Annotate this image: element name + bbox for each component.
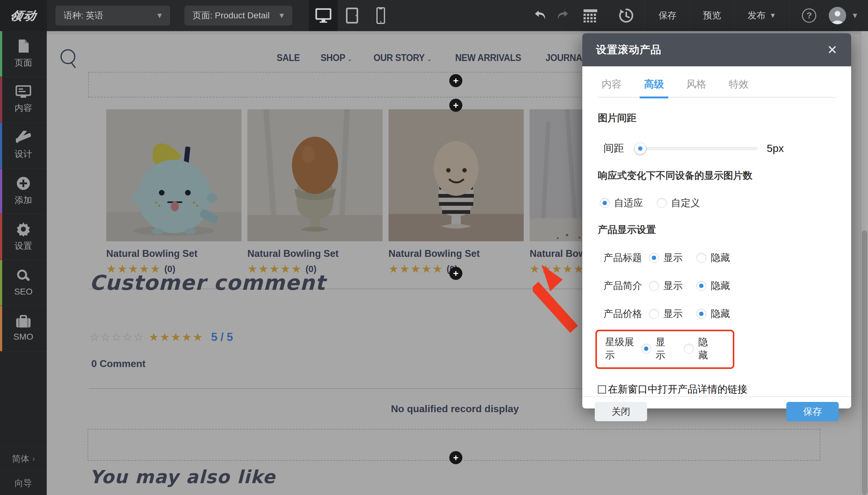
close-icon[interactable]: ✕ — [827, 44, 837, 56]
sidebar-item-settings[interactable]: 设置 — [0, 214, 47, 260]
radio-adaptive-label[interactable]: 自适应 — [614, 197, 643, 209]
toolbar-actions: 保存 预览 发布 ▼ ? ▼ — [530, 0, 868, 31]
undo-button[interactable] — [530, 0, 551, 31]
nav-link-journal[interactable]: JOURNAL — [546, 52, 588, 64]
sidebar-item-label: 页面 — [15, 57, 32, 69]
page-dropdown[interactable]: 页面: Product Detail ▼ — [184, 5, 292, 25]
add-section-button[interactable]: + — [449, 451, 462, 464]
tab-advanced[interactable]: 高级 — [644, 78, 664, 97]
sidebar-item-smo[interactable]: SMO — [0, 306, 47, 352]
account-avatar[interactable] — [829, 7, 846, 24]
nav-link-our-story[interactable]: OUR STORY⌄ — [373, 52, 432, 64]
highlight-annotation-box: 星级展示 显示 隐藏 — [595, 330, 734, 369]
site-search-icon[interactable] — [60, 49, 79, 69]
radio-hide[interactable] — [696, 309, 706, 319]
product-card[interactable]: Natural Bowling Set ★★★★★ (0) — [247, 109, 383, 275]
product-image — [388, 109, 524, 241]
checkbox[interactable] — [598, 386, 606, 393]
row-label: 产品价格 — [603, 307, 642, 320]
slider-handle[interactable] — [634, 142, 646, 154]
desktop-icon — [315, 8, 332, 23]
radio-hide[interactable] — [696, 253, 706, 263]
display-row-summary: 产品简介 显示 隐藏 — [598, 279, 836, 292]
scrollbar-thumb[interactable] — [862, 231, 867, 495]
simplified-chinese-toggle[interactable]: 简体 › — [0, 446, 47, 471]
chevron-down-icon: ▼ — [769, 12, 776, 20]
radio-show[interactable] — [649, 281, 659, 291]
also-like-heading: You may also like — [89, 466, 276, 488]
save-button[interactable]: 保存 — [645, 0, 689, 31]
redo-button[interactable] — [551, 0, 573, 31]
radio-show[interactable] — [649, 253, 659, 263]
radio-adaptive[interactable] — [600, 198, 610, 208]
radio-custom[interactable] — [657, 198, 667, 208]
language-dropdown[interactable]: 语种: 英语 ▼ — [55, 5, 170, 25]
radio-custom-label[interactable]: 自定义 — [671, 197, 700, 209]
product-title[interactable]: Natural Bowling Set — [247, 248, 383, 259]
radio-hide-label[interactable]: 隐藏 — [698, 336, 713, 362]
tablet-preview-button[interactable] — [338, 0, 366, 31]
sidebar-item-design[interactable]: 设计 — [0, 123, 47, 168]
account-menu-caret[interactable]: ▼ — [851, 11, 859, 20]
radio-hide-label[interactable]: 隐藏 — [711, 279, 730, 292]
comment-rating[interactable]: ☆☆☆☆☆ ★★★★★ 5 / 5 — [89, 330, 233, 344]
radio-show-label[interactable]: 显示 — [663, 279, 683, 292]
sidebar-item-pages[interactable]: 页面 — [0, 31, 47, 77]
save-button-label: 保存 — [658, 9, 677, 22]
radio-show-label[interactable]: 显示 — [663, 307, 683, 320]
color-strip — [0, 77, 2, 122]
radio-show-label[interactable]: 显示 — [663, 251, 683, 264]
preview-button[interactable]: 预览 — [690, 0, 734, 31]
tab-style[interactable]: 风格 — [686, 78, 706, 97]
radio-hide-label[interactable]: 隐藏 — [711, 307, 730, 320]
add-section-button[interactable]: + — [449, 74, 462, 87]
plus-icon: + — [453, 75, 458, 86]
wizard-link[interactable]: 向导 — [0, 471, 47, 495]
sidebar-item-content[interactable]: 内容 — [0, 77, 47, 123]
sidebar-bottom: 简体 › 向导 — [0, 446, 47, 495]
modal-body: 内容 高级 风格 特效 图片间距 间距 5px 响应式变化下不同设备的显示图片数… — [582, 66, 851, 396]
publish-button[interactable]: 发布 ▼ — [734, 0, 789, 31]
desktop-preview-button[interactable] — [309, 0, 338, 31]
device-preview-switch — [309, 0, 395, 31]
add-section-button[interactable]: + — [449, 267, 462, 280]
product-card[interactable]: Natural Bowling Set ★★★★★ (0) — [106, 109, 241, 275]
nav-link-sale[interactable]: SALE — [277, 52, 300, 64]
design-icon — [16, 131, 31, 144]
tab-content[interactable]: 内容 — [602, 78, 621, 97]
nav-link-shop[interactable]: SHOP⌄ — [321, 52, 352, 64]
history-button[interactable] — [607, 0, 645, 31]
site-nav: SALE SHOP⌄ OUR STORY⌄ NEW ARRIVALS JOURN… — [277, 52, 591, 64]
product-title[interactable]: Natural Bowling Set — [106, 248, 241, 259]
nav-label: JOURNAL — [546, 52, 588, 63]
help-button[interactable]: ? — [802, 8, 816, 23]
radio-hide-label[interactable]: 隐藏 — [711, 251, 730, 264]
radio-show[interactable] — [649, 309, 659, 319]
modal-title: 设置滚动产品 — [596, 42, 662, 57]
modal-footer: 关闭 保存 — [582, 396, 851, 426]
app-logo[interactable]: 领动 — [0, 0, 47, 31]
tab-effects[interactable]: 特效 — [729, 78, 749, 97]
modal-save-button[interactable]: 保存 — [786, 402, 839, 421]
sidebar-item-seo[interactable]: SEO — [0, 260, 47, 306]
plus-icon: + — [453, 453, 458, 463]
product-title[interactable]: Natural Bowling Set — [388, 248, 524, 259]
responsive-mode-radios: 自适应 自定义 — [598, 197, 836, 209]
star-icons: ★★★★★ — [388, 262, 443, 275]
gap-slider-row: 间距 5px — [598, 141, 836, 155]
gap-slider[interactable] — [635, 147, 757, 150]
radio-hide[interactable] — [696, 281, 706, 291]
open-in-new-window-option[interactable]: 在新窗口中打开产品详情的链接 — [598, 382, 836, 396]
radio-hide[interactable] — [684, 344, 694, 354]
question-icon: ? — [807, 11, 812, 20]
modal-close-button[interactable]: 关闭 — [595, 402, 647, 421]
mobile-preview-button[interactable] — [366, 0, 395, 31]
color-strip — [0, 123, 2, 168]
radio-show[interactable] — [641, 344, 651, 354]
shortcut-keys-button[interactable] — [573, 0, 607, 31]
sidebar-item-add[interactable]: 添加 — [0, 168, 47, 214]
add-section-button[interactable]: + — [449, 99, 462, 112]
radio-show-label[interactable]: 显示 — [655, 336, 670, 362]
product-card[interactable]: Natural Bowling Set ★★★★★ (0) — [388, 109, 524, 275]
nav-link-new-arrivals[interactable]: NEW ARRIVALS — [455, 52, 521, 64]
